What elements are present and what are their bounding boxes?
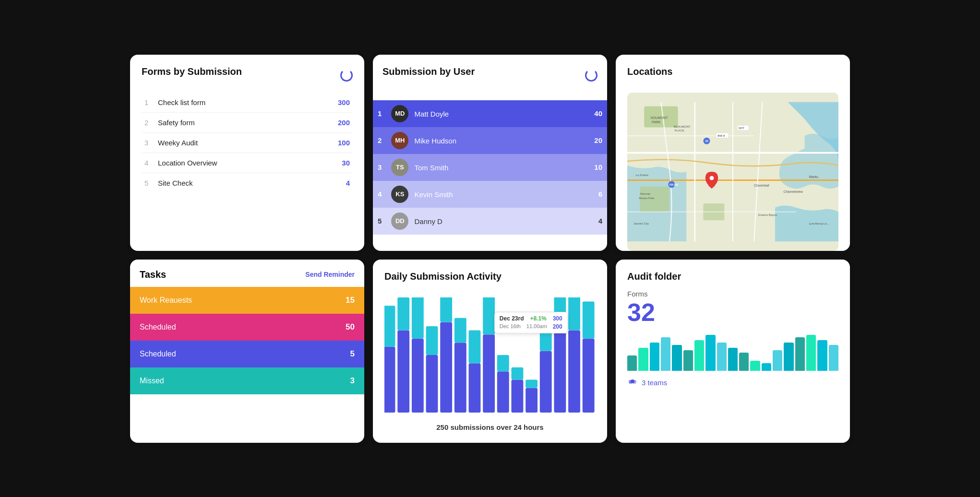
bar-dark — [397, 330, 409, 412]
bar-light — [440, 297, 452, 322]
user-num: 5 — [373, 208, 386, 235]
chart-area: Dec 23rd +8.1% 300 Dec 16th 11.00am 200 — [384, 297, 596, 414]
user-row: 1 MD Matt Doyle 40 — [373, 100, 607, 127]
locations-card-title: Locations — [627, 66, 672, 77]
form-name: Check list form — [155, 93, 311, 113]
form-row: 4 Location Overview 30 — [142, 153, 353, 173]
audit-bar — [806, 335, 816, 371]
user-num: 4 — [373, 181, 386, 208]
user-info: TS Tom Smith — [386, 154, 565, 181]
map-container[interactable]: HOUMONT PARK BEAUMONT PLACE La Prairie H… — [627, 93, 838, 251]
audit-bar — [694, 340, 704, 371]
svg-text:90: 90 — [705, 140, 708, 142]
user-row: 2 MH Mike Hudson 20 — [373, 127, 607, 154]
audit-folder-title: Audit folder — [627, 271, 838, 282]
user-num: 3 — [373, 154, 386, 181]
audit-bar — [829, 345, 838, 371]
send-reminder-button[interactable]: Send Reminder — [305, 271, 355, 278]
tooltip-date: Dec 23rd — [500, 315, 524, 322]
svg-text:FM 526: FM 526 — [669, 183, 678, 186]
audit-bar — [627, 355, 637, 371]
bar-dark — [497, 371, 509, 413]
task-count: 50 — [346, 322, 355, 332]
user-info: KS Kevin Smith — [386, 181, 565, 208]
task-count: 3 — [350, 376, 355, 386]
audit-bar — [717, 343, 727, 371]
bar-dark — [454, 343, 466, 413]
daily-submission-card: Daily Submission Activity Dec 23rd +8.1%… — [373, 260, 607, 443]
user-count: 4 — [565, 208, 607, 235]
form-count: 300 — [311, 93, 353, 113]
forms-by-submission-card: Forms by Submission 1 Check list form 30… — [130, 55, 364, 251]
svg-text:La Prairie: La Prairie — [636, 173, 649, 176]
bar-light — [554, 297, 566, 314]
tooltip-value1: 300 — [553, 315, 562, 322]
chart-subtitle: 250 submissions over 24 hours — [384, 423, 596, 431]
tasks-list: Work Reauests 15 Scheduled 50 Scheduled … — [130, 287, 364, 394]
bar-light — [568, 297, 580, 331]
tasks-title: Tasks — [140, 269, 166, 280]
audit-bar — [650, 343, 659, 371]
form-num: 3 — [142, 132, 155, 153]
audit-bar — [661, 337, 670, 371]
bar-dark — [483, 334, 495, 413]
bar-dark — [469, 363, 481, 413]
bar-light — [384, 306, 395, 347]
svg-text:PARK: PARK — [652, 120, 661, 123]
form-num: 2 — [142, 112, 155, 132]
form-num: 5 — [142, 173, 155, 193]
bar-light — [526, 379, 538, 388]
audit-bar — [750, 361, 760, 371]
audit-bar — [817, 340, 827, 371]
user-count: 40 — [565, 100, 607, 127]
tooltip-subdate: Dec 16th — [500, 323, 521, 330]
refresh-icon-2[interactable] — [585, 69, 598, 82]
user-num: 1 — [373, 100, 386, 127]
svg-text:BW 8: BW 8 — [717, 133, 725, 137]
bar-light — [497, 355, 509, 371]
bar-light — [583, 301, 595, 338]
user-count: 6 — [565, 181, 607, 208]
task-label: Work Reauests — [140, 296, 192, 305]
audit-bar — [728, 348, 738, 371]
user-count: 20 — [565, 127, 607, 154]
svg-point-36 — [631, 379, 634, 383]
audit-count: 32 — [627, 300, 838, 325]
svg-text:Cloverleaf: Cloverleaf — [754, 183, 769, 187]
svg-text:BEAUMONT: BEAUMONT — [674, 124, 691, 128]
form-name: Site Check — [155, 173, 311, 193]
audit-bar — [773, 350, 782, 371]
user-name: Tom Smith — [415, 163, 449, 171]
avatar: MD — [391, 105, 408, 122]
svg-text:Lynchburg La...: Lynchburg La... — [809, 222, 829, 225]
svg-text:Jacinto City: Jacinto City — [633, 222, 649, 225]
refresh-icon[interactable] — [340, 69, 353, 82]
svg-text:Herman: Herman — [640, 192, 650, 195]
user-info: MH Mike Hudson — [386, 127, 565, 154]
user-name: Danny D — [415, 217, 442, 225]
bar-light — [483, 297, 495, 334]
audit-bar — [672, 345, 681, 371]
audit-bar — [795, 337, 805, 371]
task-item: Work Reauests 15 — [130, 287, 364, 314]
tooltip-change: +8.1% — [530, 315, 546, 322]
task-item: Scheduled 5 — [130, 341, 364, 367]
bar-light — [397, 297, 409, 331]
teams-icon — [627, 379, 638, 386]
bar-dark — [511, 379, 523, 413]
locations-card: Locations — [616, 55, 850, 251]
user-row: 5 DD Danny D 4 — [373, 208, 607, 235]
form-name: Location Overview — [155, 153, 311, 173]
form-name: Safety form — [155, 112, 311, 132]
form-row: 3 Weeky Audit 100 — [142, 132, 353, 153]
bar-light — [511, 367, 523, 379]
audit-folder-card: Audit folder Forms 32 3 teams — [616, 260, 850, 443]
task-item: Scheduled 50 — [130, 314, 364, 341]
form-num: 4 — [142, 153, 155, 173]
task-item: Missed 3 — [130, 367, 364, 394]
chart-tooltip: Dec 23rd +8.1% 300 Dec 16th 11.00am 200 — [494, 312, 568, 333]
task-label: Scheduled — [140, 350, 176, 358]
forms-card-header: Forms by Submission — [142, 66, 353, 85]
audit-mini-chart — [627, 332, 838, 371]
task-label: Missed — [140, 377, 164, 385]
